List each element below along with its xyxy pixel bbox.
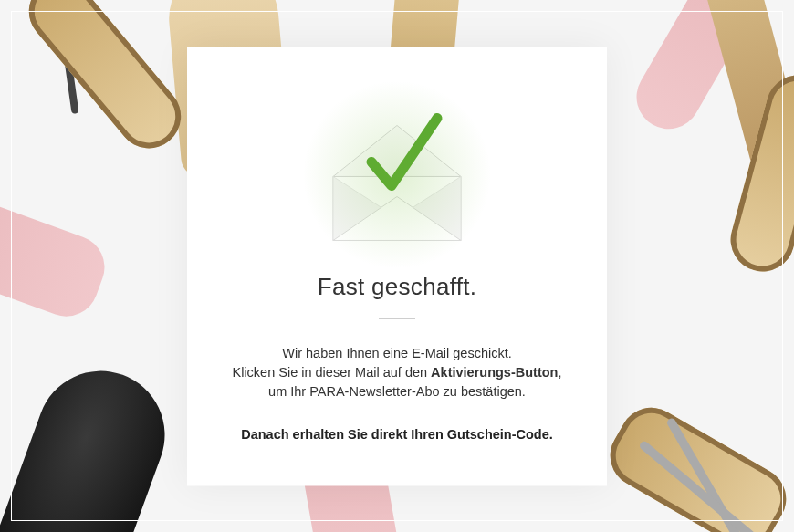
modal-body-text: Wir haben Ihnen eine E-Mail geschickt. K… bbox=[224, 344, 570, 402]
body-line-2: Klicken Sie in dieser Mail auf den Aktiv… bbox=[224, 363, 570, 382]
activation-button-label: Aktivierungs-Button bbox=[431, 365, 558, 380]
body-line-1: Wir haben Ihnen eine E-Mail geschickt. bbox=[224, 344, 570, 363]
black-hairdryer-image bbox=[0, 353, 183, 532]
pink-roller-image bbox=[0, 186, 113, 326]
round-brush-image bbox=[16, 0, 193, 162]
coupon-line: Danach erhalten Sie direkt Ihren Gutsche… bbox=[224, 427, 570, 442]
envelope-checkmark-icon bbox=[320, 101, 474, 247]
modal-title: Fast geschafft. bbox=[224, 273, 570, 301]
body-line-3: um Ihr PARA-Newsletter-Abo zu bestätigen… bbox=[224, 382, 570, 402]
confirmation-modal: Fast geschafft. Wir haben Ihnen eine E-M… bbox=[187, 47, 607, 485]
title-divider bbox=[379, 318, 415, 318]
